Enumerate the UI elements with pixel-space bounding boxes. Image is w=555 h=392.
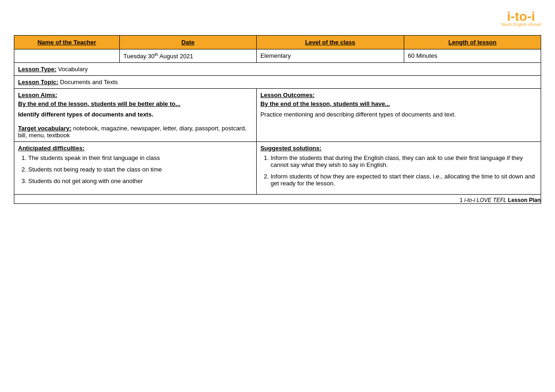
date-sup: th: [154, 52, 158, 57]
footer-row: 1 i-to-i LOVE TEFL Lesson Plan: [14, 195, 541, 204]
lesson-topic-cell: Lesson Topic: Documents and Texts: [14, 76, 541, 89]
aims-point1: Identify different types of documents an…: [18, 111, 253, 118]
lesson-topic-row: Lesson Topic: Documents and Texts: [14, 76, 541, 89]
difficulty-item-1: The students speak in their first langua…: [28, 154, 253, 161]
outcomes-cell: Lesson Outcomes: By the end of the lesso…: [256, 89, 541, 142]
header-row: Name of the Teacher Date Level of the cl…: [14, 36, 541, 49]
difficulties-header: Anticipated difficulties:: [18, 145, 253, 152]
difficulty-item-2: Students not being ready to start the cl…: [28, 166, 253, 173]
header-level: Level of the class: [256, 36, 404, 49]
teacher-value: [14, 49, 120, 63]
date-text: Tuesday 30: [123, 53, 154, 60]
lesson-type-cell: Lesson Type: Vocabulary: [14, 63, 541, 76]
aims-outcomes-row: Lesson Aims: By the end of the lesson, s…: [14, 89, 541, 142]
logo-area: i-to-i Teach English Abroad: [14, 9, 541, 27]
footer-love: LOVE TEFL: [477, 197, 508, 203]
aims-header: Lesson Aims:: [18, 92, 253, 98]
aims-subheader: By the end of the lesson, students will …: [18, 100, 253, 107]
length-value: 60 Minutes: [404, 49, 541, 63]
lesson-topic-label: Lesson Topic:: [18, 79, 58, 86]
main-table: Name of the Teacher Date Level of the cl…: [14, 35, 541, 204]
outcomes-point1: Practice mentioning and describing diffe…: [260, 111, 537, 118]
footer-doc: Lesson Plan: [508, 197, 541, 203]
outcomes-subheader: By the end of the lesson, students will …: [260, 100, 537, 107]
footer-cell: 1 i-to-i LOVE TEFL Lesson Plan: [14, 195, 541, 204]
solutions-header: Suggested solutions:: [260, 145, 537, 152]
difficulties-list: The students speak in their first langua…: [18, 154, 253, 184]
header-length: Length of lesson: [404, 36, 541, 49]
footer-brand: i-to-i: [464, 197, 475, 203]
lesson-type-row: Lesson Type: Vocabulary: [14, 63, 541, 76]
logo-text-part1: i-to-i: [507, 9, 535, 24]
footer-text: 1 i-to-i LOVE TEFL Lesson Plan: [460, 197, 541, 203]
solutions-list: Inform the students that during the Engl…: [260, 154, 537, 187]
outcomes-header: Lesson Outcomes:: [260, 92, 537, 98]
footer-page: 1: [460, 197, 463, 203]
info-row: Tuesday 30th August 2021 Elementary 60 M…: [14, 49, 541, 63]
target-vocab: Target vocabulary: notebook, magazine, n…: [18, 125, 253, 139]
aims-cell: Lesson Aims: By the end of the lesson, s…: [14, 89, 257, 142]
solution-item-1: Inform the students that during the Engl…: [271, 154, 537, 168]
date-rest: August 2021: [158, 53, 193, 60]
logo: i-to-i Teach English Abroad: [501, 9, 541, 27]
solutions-cell: Suggested solutions: Inform the students…: [256, 142, 541, 195]
lesson-topic-value: Documents and Texts: [58, 79, 117, 86]
solution-item-2: Inform students of how they are expected…: [271, 173, 537, 187]
difficulty-item-3: Students do not get along with one anoth…: [28, 178, 253, 184]
header-date: Date: [119, 36, 256, 49]
lesson-type-label: Lesson Type:: [18, 66, 56, 73]
level-value: Elementary: [256, 49, 404, 63]
target-vocab-label: Target vocabulary:: [18, 125, 71, 132]
difficulties-cell: Anticipated difficulties: The students s…: [14, 142, 257, 195]
logo-main: i-to-i: [507, 9, 535, 24]
lesson-type-value: Vocabulary: [56, 66, 88, 73]
header-teacher: Name of the Teacher: [14, 36, 120, 49]
logo-tagline: Teach English Abroad: [501, 22, 541, 27]
difficulties-solutions-row: Anticipated difficulties: The students s…: [14, 142, 541, 195]
date-value: Tuesday 30th August 2021: [119, 49, 256, 63]
